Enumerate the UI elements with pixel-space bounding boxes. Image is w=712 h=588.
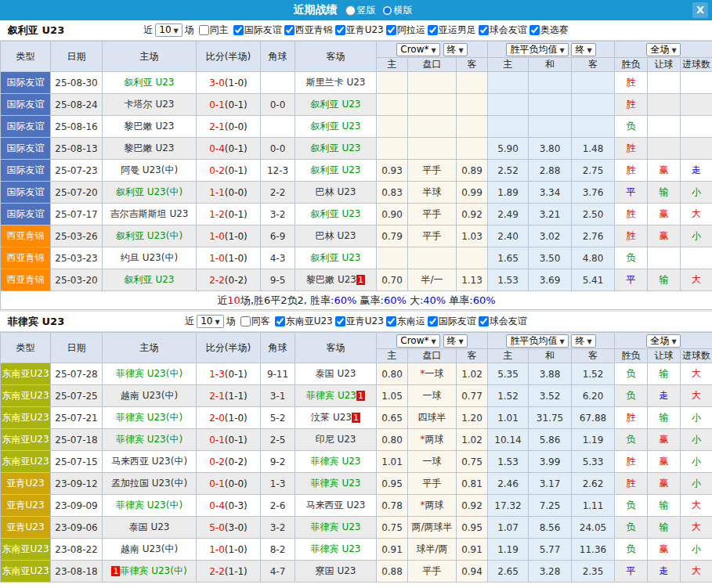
competition-checkbox[interactable]	[428, 25, 438, 35]
summary-part: 60%	[334, 294, 356, 306]
match-row: 东南亚U2325-07-18菲律宾 U23(中)0-1(0-1)2-5印尼 U2…	[1, 429, 712, 451]
same-venue-filter[interactable]: 同客	[238, 315, 270, 328]
cell-handicap-result: 输	[648, 269, 681, 291]
fulltime-score: 5-0	[209, 522, 225, 533]
chevron-down-icon: ▼	[432, 47, 436, 54]
team-name: 寮国 U23	[316, 565, 356, 576]
cell-home-team: 卡塔尔 U23	[103, 94, 197, 116]
competition-checkbox[interactable]	[479, 316, 489, 326]
competition-filter[interactable]: 东南亚U23	[273, 315, 333, 328]
competition-filter[interactable]: 东南运	[384, 315, 425, 328]
cell-handicap: 一球	[408, 451, 457, 473]
competition-checkbox[interactable]	[233, 25, 244, 35]
cell-crow-away: 1.02	[457, 429, 488, 451]
cell-goals-result	[681, 72, 712, 94]
cell-crow-home: 0.65	[377, 407, 408, 429]
final-avg-select[interactable]: 终▼	[571, 334, 595, 348]
team-name: 巴林 U23	[316, 186, 356, 197]
team-name: 卡塔尔 U23	[125, 99, 175, 110]
fulltime-score: 1-3	[209, 369, 225, 380]
halftime-score: (0-1)	[225, 209, 248, 220]
vertical-radio[interactable]	[345, 5, 356, 16]
horizontal-radio[interactable]	[382, 5, 392, 16]
cell-avg-away: 3.76	[572, 182, 615, 204]
competition-filter[interactable]: 奥选赛	[527, 23, 569, 37]
competition-filter[interactable]: 球会友谊	[476, 315, 527, 328]
cell-avg-away: 2.35	[572, 561, 615, 583]
match-row: 亚青U2323-09-09菲律宾 U23(中)0-4(0-3)2-6马来西亚 U…	[1, 495, 712, 517]
cell-avg-draw: 5.86	[529, 429, 572, 451]
team-name: 叙利亚 U23	[311, 252, 361, 263]
competition-checkbox[interactable]	[529, 25, 540, 35]
recent-count-select[interactable]: 10▼	[197, 315, 223, 328]
final-odds-select[interactable]: 终▼	[443, 334, 468, 348]
competition-filter[interactable]: 国际友谊	[231, 23, 282, 37]
same-venue-checkbox[interactable]	[240, 316, 251, 326]
cell-avg-draw: 3.88	[529, 363, 572, 385]
fulltime-score: 1-2	[209, 209, 225, 220]
layout-option-vertical[interactable]: 竖版	[345, 4, 376, 17]
cell-avg-draw: 2.88	[529, 160, 572, 182]
red-card-badge: 1	[111, 566, 120, 576]
match-row: 东南亚U2325-07-21菲律宾 U23(中)2-0(1-0)5-2汶莱 U2…	[1, 407, 712, 429]
fullmatch-select[interactable]: 全场▼	[646, 334, 680, 348]
competition-filter[interactable]: 亚运男足	[425, 23, 476, 37]
same-venue-checkbox[interactable]	[199, 25, 209, 35]
cell-avg-home: 1.53	[488, 269, 529, 291]
layout-option-horizontal[interactable]: 横版	[382, 4, 413, 17]
cell-handicap-result: 赢	[648, 204, 681, 225]
cell-handicap: 四球半	[408, 407, 457, 429]
halftime-score: (1-0)	[225, 253, 248, 264]
competition-checkbox[interactable]	[275, 316, 285, 326]
summary-part: 场,胜6平2负2, 胜率:	[240, 294, 334, 306]
sub-header-avg-away: 客	[572, 349, 615, 363]
cell-result: 胜	[615, 473, 648, 495]
cell-crow-home: 0.90	[377, 204, 408, 225]
competition-filter[interactable]: 阿拉运	[384, 23, 425, 37]
fulltime-score: 0-2	[209, 456, 225, 467]
competition-filter[interactable]: 亚青U23	[333, 23, 384, 37]
cell-home-team: 黎巴嫩 U23	[103, 138, 197, 160]
close-icon[interactable]: X	[692, 2, 708, 18]
avg-odds-select[interactable]: 胜平负均值▼	[506, 334, 568, 348]
competition-checkbox[interactable]	[428, 316, 438, 326]
avg-odds-select[interactable]: 胜平负均值▼	[506, 43, 568, 56]
cell-crow-home: 1.05	[377, 385, 408, 407]
recent-prefix-label: 近	[185, 315, 194, 328]
cell-avg-home: 1.19	[488, 539, 529, 561]
cell-score: 2-0(1-0)	[197, 407, 261, 429]
competition-checkbox[interactable]	[386, 25, 396, 35]
red-card-badge: 1	[352, 413, 360, 423]
competition-checkbox[interactable]	[386, 316, 396, 326]
cell-match-type: 亚青U23	[1, 473, 51, 495]
fulltime-score: 0-4	[209, 143, 225, 154]
sub-header-handicap-result: 让球	[648, 58, 681, 72]
cell-handicap-result: 赢	[648, 539, 681, 561]
same-venue-filter[interactable]: 同主	[197, 23, 229, 37]
cell-home-team: 菲律宾 U23(中)	[103, 495, 197, 517]
final-avg-select[interactable]: 终▼	[571, 43, 595, 56]
final-odds-select[interactable]: 终▼	[443, 43, 468, 56]
odds-source-select[interactable]: Crow*▼	[396, 334, 439, 348]
cell-handicap-result: 输	[648, 517, 681, 539]
filter-bar: 叙利亚 U23 近 10▼ 场 同主 国际友谊西亚青锦亚青U23阿拉运亚运男足球…	[0, 20, 712, 41]
competition-filter[interactable]: 球会友谊	[476, 23, 527, 37]
fullmatch-select[interactable]: 全场▼	[646, 43, 680, 56]
recent-count-select[interactable]: 10▼	[155, 23, 182, 37]
competition-checkbox[interactable]	[335, 316, 345, 326]
cell-goals-result	[681, 94, 712, 116]
summary-part: 近	[217, 294, 227, 306]
competition-checkbox[interactable]	[284, 25, 295, 35]
competition-filter[interactable]: 国际友谊	[425, 315, 476, 328]
cell-date: 23-08-18	[51, 561, 103, 583]
competition-filter[interactable]: 西亚青锦	[282, 23, 333, 37]
team-name: 菲律宾 U23(中)	[116, 368, 183, 379]
competition-checkbox[interactable]	[479, 25, 489, 35]
odds-source-select[interactable]: Crow*▼	[396, 43, 439, 56]
halftime-score: (0-0)	[225, 121, 248, 132]
competition-filter[interactable]: 亚青U23	[333, 315, 384, 328]
cell-date: 23-09-06	[51, 517, 103, 539]
halftime-score: (0-1)	[225, 143, 248, 154]
competition-checkbox[interactable]	[335, 25, 345, 35]
halftime-score: (3-0)	[225, 522, 248, 533]
